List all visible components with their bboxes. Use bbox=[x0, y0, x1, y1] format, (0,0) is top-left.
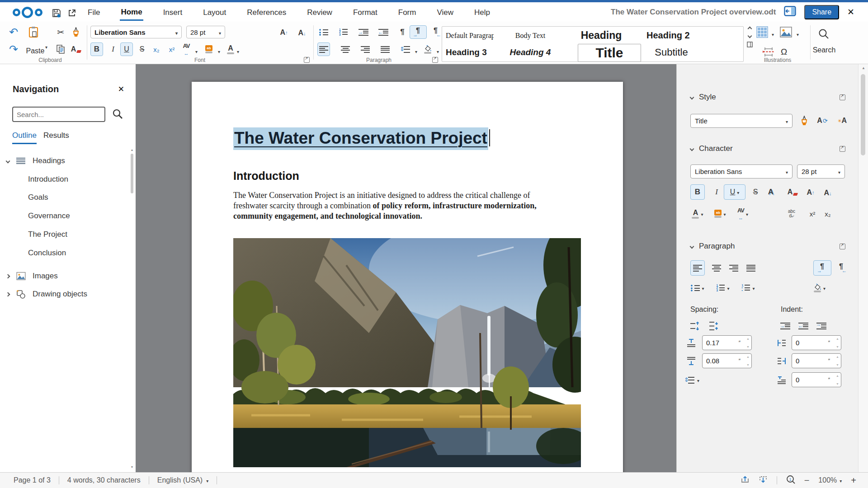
right-to-left-icon[interactable]: ¶ bbox=[429, 25, 442, 39]
spin-up-icon[interactable] bbox=[836, 374, 839, 377]
document-page[interactable]: The Water Conservation Project Introduct… bbox=[192, 82, 623, 472]
close-document-icon[interactable] bbox=[847, 7, 854, 17]
increase-indent-icon[interactable] bbox=[778, 318, 793, 333]
character-spacing-icon[interactable] bbox=[736, 206, 750, 221]
search-label[interactable]: Search bbox=[807, 46, 841, 54]
bold-icon[interactable] bbox=[90, 42, 103, 56]
navigation-scrollbar[interactable]: ▲ ▼ bbox=[130, 148, 134, 469]
font-dialog-launcher-icon[interactable] bbox=[304, 57, 310, 63]
style-preview-heading4[interactable]: Heading 4 bbox=[505, 45, 555, 60]
align-right-icon[interactable] bbox=[726, 260, 741, 276]
paragraph-section-header[interactable]: Paragraph bbox=[690, 241, 845, 251]
paragraph-background-icon[interactable] bbox=[421, 42, 434, 56]
after-text-indent-icon[interactable] bbox=[774, 353, 789, 369]
style-dialog-launcher-icon[interactable] bbox=[840, 94, 845, 100]
tree-item-goals[interactable]: Goals bbox=[0, 191, 136, 204]
navigation-close-icon[interactable] bbox=[118, 84, 124, 94]
paragraph-dialog-launcher-icon[interactable] bbox=[840, 244, 845, 249]
right-to-left-icon[interactable]: ¶ bbox=[834, 260, 849, 276]
clear-formatting-icon[interactable] bbox=[785, 184, 800, 200]
tree-node-drawing-objects[interactable]: Drawing objects bbox=[0, 287, 136, 301]
shrink-font-icon[interactable] bbox=[821, 185, 835, 201]
tree-item-introduction[interactable]: Introduction bbox=[0, 173, 136, 186]
insert-image-icon[interactable] bbox=[779, 25, 792, 39]
paragraph-background-icon[interactable] bbox=[812, 280, 827, 296]
spacing-below-field[interactable]: 0.08 ″ bbox=[702, 353, 752, 368]
menu-view[interactable]: View bbox=[436, 4, 454, 20]
menu-help[interactable]: Help bbox=[473, 4, 491, 20]
collapse-toolbar-icon[interactable] bbox=[784, 6, 796, 18]
open-in-new-window-icon[interactable] bbox=[67, 8, 77, 18]
tree-node-images[interactable]: Images bbox=[0, 269, 136, 283]
update-style-icon[interactable]: ⟳ bbox=[815, 113, 830, 128]
insert-table-icon[interactable] bbox=[756, 25, 769, 39]
highlight-color-icon[interactable] bbox=[713, 206, 727, 221]
share-button[interactable]: Share bbox=[804, 5, 839, 19]
underline-icon[interactable] bbox=[724, 184, 745, 200]
chevron-down-icon[interactable] bbox=[690, 244, 694, 249]
above-paragraph-spacing-icon[interactable] bbox=[684, 335, 698, 351]
cut-icon[interactable] bbox=[54, 25, 67, 39]
menu-home[interactable]: Home bbox=[120, 4, 143, 21]
document-heading-introduction[interactable]: Introduction bbox=[233, 169, 299, 183]
document-canvas[interactable]: The Water Conservation Project Introduct… bbox=[136, 64, 676, 472]
strikethrough-icon[interactable] bbox=[136, 42, 148, 56]
increase-indent-icon[interactable] bbox=[357, 25, 370, 39]
zoom-level-selector[interactable]: 100% bbox=[818, 476, 842, 484]
formatting-marks-icon[interactable] bbox=[396, 25, 409, 39]
indent-first-line-field[interactable]: 0 ″ bbox=[792, 372, 841, 387]
indent-after-text-field[interactable]: 0 ″ bbox=[792, 353, 841, 368]
chevron-right-icon[interactable] bbox=[6, 274, 10, 278]
next-page-icon[interactable] bbox=[759, 475, 768, 485]
chevron-right-icon[interactable] bbox=[6, 292, 10, 296]
menu-layout[interactable]: Layout bbox=[202, 4, 227, 20]
menu-format[interactable]: Format bbox=[352, 4, 378, 20]
font-name-combobox[interactable]: Liberation Sans bbox=[90, 26, 182, 38]
chevron-down-icon[interactable] bbox=[690, 146, 694, 151]
grow-font-icon[interactable] bbox=[803, 184, 818, 200]
spin-up-icon[interactable] bbox=[746, 355, 750, 358]
superscript-icon[interactable] bbox=[165, 42, 178, 56]
style-section-header[interactable]: Style bbox=[690, 92, 845, 102]
tree-item-conclusion[interactable]: Conclusion bbox=[0, 246, 136, 260]
numbered-list-icon[interactable]: 123 bbox=[337, 25, 350, 39]
paragraph-dialog-launcher-icon[interactable] bbox=[432, 57, 438, 63]
shrink-font-icon[interactable] bbox=[296, 26, 308, 40]
underline-icon[interactable] bbox=[120, 42, 133, 56]
font-color-icon[interactable] bbox=[690, 206, 705, 221]
document-image-yosemite[interactable] bbox=[233, 238, 581, 467]
spin-down-icon[interactable] bbox=[746, 345, 750, 348]
zoom-out-icon[interactable] bbox=[804, 475, 810, 486]
save-icon[interactable] bbox=[52, 8, 61, 18]
menu-review[interactable]: Review bbox=[306, 4, 333, 20]
shadow-icon[interactable] bbox=[764, 184, 778, 200]
search-icon[interactable] bbox=[817, 27, 830, 41]
styles-scroll-up-icon[interactable] bbox=[748, 27, 752, 31]
spacing-above-field[interactable]: 0.17 ″ bbox=[702, 335, 752, 350]
spin-up-icon[interactable] bbox=[836, 355, 839, 358]
indent-before-text-field[interactable]: 0 ″ bbox=[792, 335, 841, 350]
line-spacing-caret[interactable] bbox=[415, 47, 417, 55]
style-preview-subtitle[interactable]: Subtitle bbox=[646, 45, 696, 60]
spin-up-icon[interactable] bbox=[836, 337, 839, 340]
word-count[interactable]: 4 words, 30 characters bbox=[59, 476, 149, 484]
navigation-search-icon[interactable] bbox=[112, 108, 123, 121]
decrease-indent-icon[interactable] bbox=[796, 318, 811, 333]
before-text-indent-icon[interactable] bbox=[774, 335, 789, 351]
menu-insert[interactable]: Insert bbox=[162, 4, 184, 20]
align-left-icon[interactable] bbox=[690, 260, 705, 276]
clone-formatting-icon[interactable] bbox=[797, 113, 811, 128]
below-paragraph-spacing-icon[interactable] bbox=[684, 353, 698, 369]
clone-formatting-icon[interactable] bbox=[70, 25, 82, 39]
tree-node-headings[interactable]: Headings bbox=[0, 154, 136, 168]
hanging-indent-icon[interactable] bbox=[814, 318, 829, 333]
zoom-in-icon[interactable] bbox=[851, 475, 856, 486]
highlight-color-caret[interactable] bbox=[218, 47, 220, 55]
page-count[interactable]: Page 1 of 3 bbox=[0, 476, 59, 484]
zoom-reset-icon[interactable]: 1 bbox=[786, 475, 795, 486]
bullet-list-icon[interactable] bbox=[690, 280, 705, 296]
styles-scroll-down-icon[interactable] bbox=[748, 34, 752, 38]
new-style-icon[interactable]: ✳ bbox=[835, 113, 849, 128]
italic-icon[interactable] bbox=[709, 184, 724, 200]
style-preview-title-selected[interactable]: Title bbox=[578, 44, 641, 62]
